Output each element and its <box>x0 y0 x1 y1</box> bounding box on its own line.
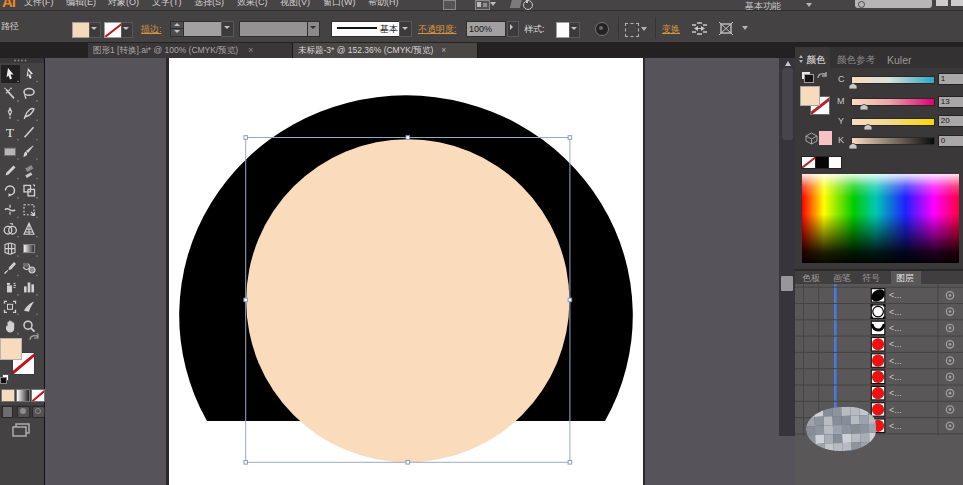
svg-text:<...: <... <box>889 405 902 415</box>
svg-text:<...: <... <box>889 323 902 333</box>
svg-text:<...: <... <box>889 372 902 382</box>
svg-text:<...: <... <box>889 307 902 317</box>
svg-text:<...: <... <box>889 388 902 398</box>
svg-text:<...: <... <box>889 356 902 366</box>
svg-text:<...: <... <box>889 290 902 300</box>
svg-text:<...: <... <box>889 339 902 349</box>
svg-text:T: T <box>6 124 14 139</box>
svg-text:<...: <... <box>889 421 902 431</box>
